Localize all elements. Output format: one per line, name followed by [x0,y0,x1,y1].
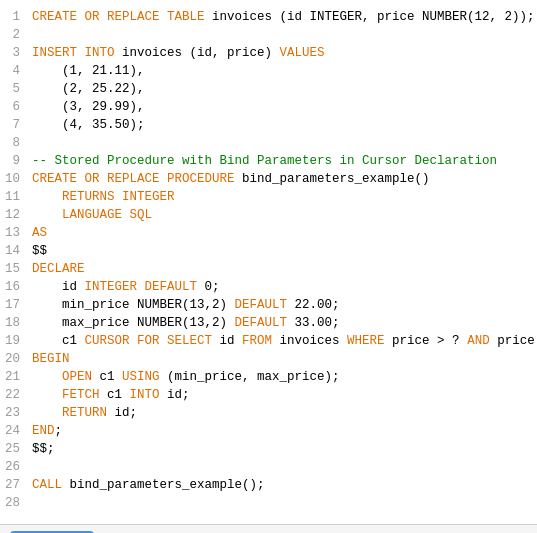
line-content: CALL bind_parameters_example(); [32,476,537,494]
line-content [32,494,537,512]
code-line: 9-- Stored Procedure with Bind Parameter… [0,152,537,170]
line-content: (2, 25.22), [32,80,537,98]
token-id: invoices (id, price) [115,46,280,60]
token-id: max_price NUMBER(13,2) [32,316,235,330]
code-line: 28 [0,494,537,512]
line-number: 6 [0,98,32,116]
code-line: 6 (3, 29.99), [0,98,537,116]
line-number: 14 [0,242,32,260]
line-number: 18 [0,314,32,332]
token-id: price > ? [385,334,468,348]
token-id: c1 [92,370,122,384]
token-id [32,388,62,402]
code-line: 7 (4, 35.50); [0,116,537,134]
line-content: BEGIN [32,350,537,368]
line-number: 17 [0,296,32,314]
code-line: 19 c1 CURSOR FOR SELECT id FROM invoices… [0,332,537,350]
tab-bar: ↩ Results ∿ Chart [0,524,537,533]
code-container: 1CREATE OR REPLACE TABLE invoices (id IN… [0,0,537,520]
token-id: (2, 25.22), [32,82,145,96]
token-id: id; [160,388,190,402]
token-id [32,190,62,204]
line-content: FETCH c1 INTO id; [32,386,537,404]
token-id: (min_price, max_price); [160,370,340,384]
token-kw: DEFAULT [235,298,288,312]
code-line: 4 (1, 21.11), [0,62,537,80]
token-id [32,370,62,384]
line-content: END; [32,422,537,440]
line-number: 12 [0,206,32,224]
token-id [32,406,62,420]
token-id: (1, 21.11), [32,64,145,78]
token-id: $$ [32,244,47,258]
line-number: 15 [0,260,32,278]
token-id: 0; [197,280,220,294]
code-line: 26 [0,458,537,476]
code-line: 17 min_price NUMBER(13,2) DEFAULT 22.00; [0,296,537,314]
token-kw: AS [32,226,47,240]
line-number: 2 [0,26,32,44]
line-content: RETURNS INTEGER [32,188,537,206]
code-line: 13AS [0,224,537,242]
token-kw: LANGUAGE SQL [62,208,152,222]
line-number: 24 [0,422,32,440]
token-kw: INTEGER DEFAULT [85,280,198,294]
token-kw: DEFAULT [235,316,288,330]
line-number: 5 [0,80,32,98]
line-content: -- Stored Procedure with Bind Parameters… [32,152,537,170]
line-number: 27 [0,476,32,494]
code-line: 25$$; [0,440,537,458]
line-number: 11 [0,188,32,206]
line-content: AS [32,224,537,242]
line-number: 16 [0,278,32,296]
code-line: 1CREATE OR REPLACE TABLE invoices (id IN… [0,8,537,26]
code-line: 14$$ [0,242,537,260]
token-id: c1 [32,334,85,348]
line-content: id INTEGER DEFAULT 0; [32,278,537,296]
line-content: RETURN id; [32,404,537,422]
line-number: 4 [0,62,32,80]
token-id: 33.00; [287,316,340,330]
token-id: (3, 29.99), [32,100,145,114]
token-kw: RETURNS INTEGER [62,190,175,204]
line-content: INSERT INTO invoices (id, price) VALUES [32,44,537,62]
token-id: invoices (id INTEGER, price NUMBER(12, 2… [205,10,535,24]
line-number: 20 [0,350,32,368]
code-line: 16 id INTEGER DEFAULT 0; [0,278,537,296]
token-id [32,208,62,222]
line-content: $$; [32,440,537,458]
code-line: 3INSERT INTO invoices (id, price) VALUES [0,44,537,62]
token-kw: CREATE OR REPLACE TABLE [32,10,205,24]
token-id: min_price NUMBER(13,2) [32,298,235,312]
token-kw: OPEN [62,370,92,384]
line-content [32,458,537,476]
line-number: 22 [0,386,32,404]
code-line: 15DECLARE [0,260,537,278]
line-number: 10 [0,170,32,188]
line-content [32,134,537,152]
token-id: bind_parameters_example(); [62,478,265,492]
code-line: 2 [0,26,537,44]
line-content: CREATE OR REPLACE TABLE invoices (id INT… [32,8,537,26]
token-kw: CREATE OR REPLACE PROCEDURE [32,172,235,186]
line-content: DECLARE [32,260,537,278]
token-cm: -- Stored Procedure with Bind Parameters… [32,154,497,168]
line-number: 23 [0,404,32,422]
token-kw: WHERE [347,334,385,348]
token-kw: FETCH [62,388,100,402]
editor-area: 1CREATE OR REPLACE TABLE invoices (id IN… [0,0,537,520]
token-kw: CALL [32,478,62,492]
line-content: CREATE OR REPLACE PROCEDURE bind_paramet… [32,170,537,188]
token-id: id [212,334,242,348]
token-kw: INSERT INTO [32,46,115,60]
code-line: 8 [0,134,537,152]
line-content: max_price NUMBER(13,2) DEFAULT 33.00; [32,314,537,332]
token-id: 22.00; [287,298,340,312]
line-number: 19 [0,332,32,350]
line-content: c1 CURSOR FOR SELECT id FROM invoices WH… [32,332,537,350]
line-number: 1 [0,8,32,26]
line-content: LANGUAGE SQL [32,206,537,224]
token-kw: CURSOR FOR SELECT [85,334,213,348]
token-id: (4, 35.50); [32,118,145,132]
line-content: (4, 35.50); [32,116,537,134]
